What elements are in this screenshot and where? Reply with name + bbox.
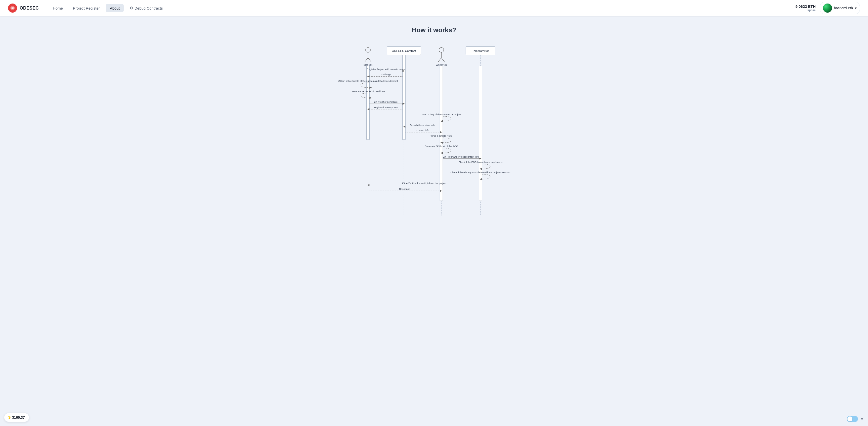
svg-text:Response: Response <box>399 188 410 190</box>
nav-home[interactable]: Home <box>49 4 67 12</box>
svg-text:TelegramBot: TelegramBot <box>472 49 489 52</box>
nav-right: 9.0623 ETH Sepolia bastionfi.eth ▾ <box>795 2 860 15</box>
price-value: 3160.37 <box>12 416 25 420</box>
sequence-diagram: project ODESEC Contract whitehat Telegra… <box>346 44 522 217</box>
logo[interactable]: ODESEC <box>8 3 39 12</box>
svg-text:Obtain ssl certificate of the : Obtain ssl certificate of the subdomain … <box>338 80 398 82</box>
theme-toggle[interactable] <box>847 416 858 422</box>
wallet-label: bastionfi.eth <box>834 6 853 10</box>
svg-marker-63 <box>367 184 370 186</box>
svg-text:ODESEC Contract: ODESEC Contract <box>392 49 416 52</box>
svg-text:Foud a bug of the contract or : Foud a bug of the contract or project <box>422 113 461 116</box>
wallet-button[interactable]: bastionfi.eth ▾ <box>820 2 860 15</box>
svg-point-2 <box>12 7 13 8</box>
eth-balance: 9.0623 ETH Sepolia <box>795 4 815 12</box>
gear-icon: ⚙ <box>130 6 133 10</box>
svg-text:Search the contact info: Search the contact info <box>410 124 435 126</box>
svg-text:Check if there is any associat: Check if there is any association with t… <box>451 171 510 174</box>
svg-line-14 <box>438 58 441 62</box>
bottom-bar: $ 3160.37 <box>4 413 29 422</box>
svg-text:whitehat: whitehat <box>435 63 447 66</box>
svg-text:challenge: challenge <box>381 73 391 76</box>
svg-marker-33 <box>369 87 372 89</box>
theme-controls: ☀ <box>847 416 864 422</box>
svg-rect-26 <box>479 66 482 201</box>
navigation: ODESEC Home Project Register About ⚙ Deb… <box>0 0 868 16</box>
svg-text:If the ZK Proof is valid, info: If the ZK Proof is valid, inform the pro… <box>402 182 446 184</box>
svg-text:Wrtie a simple POC: Wrtie a simple POC <box>431 135 452 137</box>
eth-network: Sepolia <box>795 8 815 12</box>
avatar <box>823 3 832 12</box>
svg-rect-25 <box>440 66 443 201</box>
svg-text:project: project <box>364 63 373 66</box>
svg-line-7 <box>368 58 372 62</box>
sun-icon[interactable]: ☀ <box>860 416 864 422</box>
svg-text:Registration Response: Registration Response <box>373 106 398 109</box>
svg-text:ZK Proof of certificate: ZK Proof of certificate <box>374 101 398 103</box>
dollar-icon: $ <box>8 415 10 420</box>
svg-text:Register Project with domain n: Register Project with domain name <box>367 68 405 70</box>
svg-text:Contact info: Contact info <box>416 129 429 132</box>
svg-line-6 <box>365 58 368 62</box>
page-title: How it works? <box>5 26 863 34</box>
svg-point-3 <box>366 48 370 52</box>
svg-marker-35 <box>369 97 372 99</box>
svg-text:ZK Proof and Project contact i: ZK Proof and Project contact info <box>443 155 479 158</box>
eth-amount: 9.0623 ETH <box>795 4 815 8</box>
svg-point-11 <box>439 48 443 52</box>
chevron-down-icon: ▾ <box>855 6 857 10</box>
svg-line-15 <box>441 58 445 62</box>
price-badge: $ 3160.37 <box>4 413 29 422</box>
nav-links: Home Project Register About ⚙ Debug Cont… <box>49 4 795 12</box>
nav-debug-contracts[interactable]: ⚙ Debug Contracts <box>126 4 167 12</box>
logo-icon <box>8 3 17 12</box>
diagram-svg: project ODESEC Contract whitehat Telegra… <box>346 44 522 216</box>
svg-text:Generate ZK Proof of certifica: Generate ZK Proof of certificate <box>351 90 385 93</box>
svg-text:Check if the POC has obtained : Check if the POC has obtained any founds <box>459 161 503 163</box>
nav-project-register[interactable]: Project Register <box>69 4 104 12</box>
main-content: How it works? project ODESEC Contract wh… <box>0 16 868 227</box>
svg-text:Generate ZK Proof of the POC: Generate ZK Proof of the POC <box>425 145 458 147</box>
toggle-thumb <box>847 417 852 422</box>
logo-text: ODESEC <box>20 5 39 11</box>
nav-about[interactable]: About <box>106 4 124 12</box>
